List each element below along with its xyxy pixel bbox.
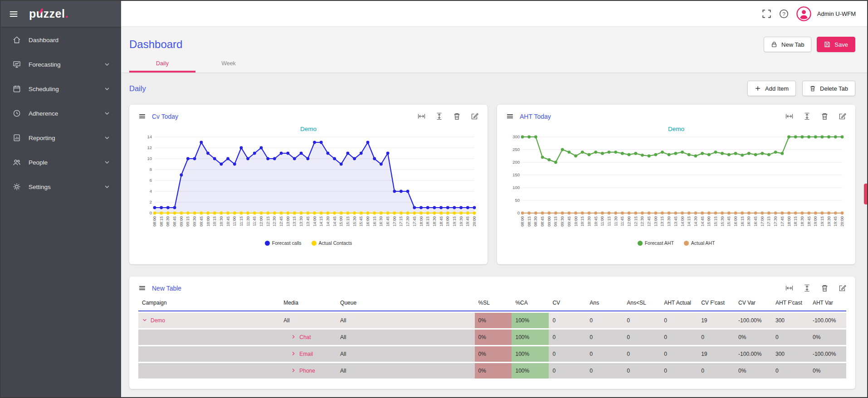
column-header: AHT Var — [809, 297, 846, 311]
resize-width-icon[interactable] — [785, 284, 793, 292]
svg-text:10:15: 10:15 — [580, 216, 585, 227]
svg-text:13:30: 13:30 — [299, 216, 303, 227]
resize-height-icon[interactable] — [803, 112, 811, 120]
svg-text:12:15: 12:15 — [634, 216, 638, 227]
add-item-button[interactable]: Add Item — [747, 81, 796, 96]
resize-height-icon[interactable] — [803, 284, 811, 292]
legend-item: Forecast calls — [265, 240, 302, 246]
tab-bar: DailyWeek — [121, 55, 867, 73]
new-tab-button[interactable]: New Tab — [764, 37, 811, 52]
resize-width-icon[interactable] — [785, 112, 793, 120]
save-button[interactable]: Save — [817, 37, 855, 52]
svg-text:18:00: 18:00 — [787, 216, 791, 227]
sidebar-item-people[interactable]: People — [1, 150, 121, 175]
reporting-icon — [13, 134, 21, 142]
table-cell: 0% — [735, 363, 772, 379]
svg-text:20:00: 20:00 — [472, 216, 477, 227]
svg-text:09:15: 09:15 — [553, 216, 558, 227]
column-header: Queue — [336, 297, 474, 311]
table-row: ChatAll0%100%000000%00% — [138, 330, 846, 345]
table-cell: Demo — [138, 313, 280, 328]
lock-icon — [771, 41, 777, 48]
svg-text:18:15: 18:15 — [425, 216, 430, 227]
resize-width-icon[interactable] — [418, 112, 425, 120]
table-cell: 300 — [772, 346, 809, 362]
delete-icon[interactable] — [821, 112, 829, 120]
svg-text:09:45: 09:45 — [567, 216, 571, 227]
table-cell: 100% — [512, 363, 549, 379]
svg-text:13:30: 13:30 — [667, 216, 671, 227]
svg-text:18:15: 18:15 — [793, 216, 798, 227]
edit-icon[interactable] — [839, 112, 846, 120]
svg-text:12: 12 — [147, 145, 152, 150]
svg-text:09:15: 09:15 — [185, 216, 190, 227]
svg-text:14:15: 14:15 — [319, 216, 323, 227]
column-header: %CA — [512, 297, 549, 311]
sidebar-item-reporting[interactable]: Reporting — [1, 126, 121, 150]
sidebar-item-scheduling[interactable]: Scheduling — [1, 77, 121, 101]
media-label[interactable]: Phone — [299, 368, 315, 374]
column-header: %SL — [475, 297, 512, 311]
svg-text:10: 10 — [147, 156, 152, 161]
card-actions — [785, 284, 846, 292]
svg-text:09:45: 09:45 — [199, 216, 204, 227]
chevron-right-icon[interactable] — [291, 351, 296, 356]
sidebar-item-adherence[interactable]: Adherence — [1, 101, 121, 126]
sidebar-nav: DashboardForecastingSchedulingAdherenceR… — [1, 27, 121, 199]
media-label[interactable]: Chat — [299, 334, 311, 340]
svg-text:11:15: 11:15 — [607, 216, 611, 226]
drag-handle-icon[interactable] — [138, 112, 146, 120]
svg-text:10:30: 10:30 — [219, 216, 224, 227]
svg-text:15:15: 15:15 — [346, 216, 350, 227]
resize-height-icon[interactable] — [435, 112, 443, 120]
sidebar-item-label: Adherence — [29, 110, 58, 117]
svg-text:08:00: 08:00 — [152, 216, 157, 227]
sidebar-item-forecasting[interactable]: Forecasting — [1, 52, 121, 77]
feedback-side-tab[interactable] — [864, 184, 867, 204]
help-icon[interactable]: ? — [779, 9, 789, 19]
delete-tab-button[interactable]: Delete Tab — [802, 81, 855, 96]
sidebar-item-settings[interactable]: Settings — [1, 175, 121, 199]
sidebar-item-dashboard[interactable]: Dashboard — [1, 28, 121, 52]
svg-text:13:45: 13:45 — [673, 216, 678, 227]
delete-icon[interactable] — [821, 284, 829, 292]
svg-text:10:00: 10:00 — [574, 216, 578, 227]
card-actions — [785, 112, 846, 120]
fullscreen-icon[interactable] — [762, 9, 771, 19]
table-cell: 0 — [623, 330, 660, 345]
campaign-label[interactable]: Demo — [151, 317, 165, 324]
table-cell: Email — [280, 346, 336, 362]
chevron-down-icon[interactable] — [142, 317, 147, 323]
column-header: CV Var — [735, 297, 772, 311]
chevron-right-icon[interactable] — [291, 368, 296, 373]
sidebar-header: puzzel. — [1, 1, 121, 27]
app-logo: puzzel. — [29, 8, 68, 19]
svg-text:08:15: 08:15 — [527, 216, 532, 227]
edit-icon[interactable] — [471, 112, 478, 120]
svg-text:0: 0 — [517, 210, 520, 215]
edit-icon[interactable] — [839, 284, 846, 292]
delete-icon[interactable] — [453, 112, 461, 120]
svg-text:17:45: 17:45 — [412, 216, 417, 227]
svg-text:11:15: 11:15 — [239, 216, 244, 226]
table-cell: 0 — [697, 363, 735, 379]
chevron-right-icon[interactable] — [291, 334, 296, 340]
svg-text:18:30: 18:30 — [800, 216, 805, 227]
tab-daily[interactable]: Daily — [129, 55, 195, 73]
svg-text:19:30: 19:30 — [459, 216, 463, 227]
drag-handle-icon[interactable] — [506, 112, 514, 120]
chart-area: 05010015020025030008:0008:1508:3008:4509… — [497, 133, 855, 238]
svg-text:12:00: 12:00 — [259, 216, 263, 227]
svg-text:15:00: 15:00 — [339, 216, 343, 227]
drag-handle-icon[interactable] — [138, 284, 146, 292]
column-header: Campaign — [138, 297, 280, 311]
new-table-card: New Table CampaignMediaQueue%SL%CACVAnsA… — [129, 277, 855, 389]
people-icon — [13, 158, 21, 166]
tab-week[interactable]: Week — [195, 55, 262, 73]
svg-text:16:15: 16:15 — [372, 216, 377, 227]
svg-text:11:45: 11:45 — [252, 216, 257, 226]
media-label[interactable]: Email — [299, 351, 313, 357]
menu-icon[interactable] — [9, 10, 18, 19]
avatar[interactable] — [796, 6, 811, 21]
cards-row: Cv Today Demo 0246810121408:0008:1508:30… — [121, 96, 867, 264]
